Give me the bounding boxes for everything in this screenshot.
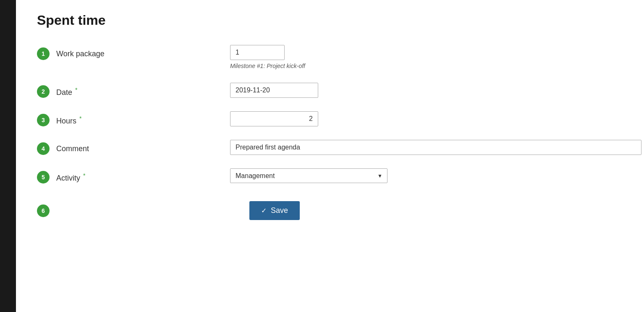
work-package-input[interactable] — [230, 45, 285, 60]
date-field-area — [230, 83, 641, 98]
hours-input[interactable] — [230, 111, 318, 126]
step-badge-3: 3 — [37, 114, 50, 126]
page-title: Spent time — [37, 13, 641, 28]
activity-select-wrapper: Management Design Development Testing Do… — [230, 168, 387, 183]
comment-label: Comment — [56, 144, 89, 153]
date-input[interactable] — [230, 83, 318, 98]
date-label: Date * — [56, 87, 77, 97]
comment-row: 4 Comment — [37, 140, 641, 155]
checkmark-icon: ✓ — [261, 207, 267, 215]
page-container: Spent time 1 Work package Milestone #1: … — [0, 0, 644, 312]
activity-field-area: Management Design Development Testing Do… — [230, 168, 641, 183]
main-content: Spent time 1 Work package Milestone #1: … — [16, 0, 644, 312]
work-package-hint: Milestone #1: Project kick-off — [230, 63, 641, 69]
work-package-label: Work package — [56, 50, 105, 58]
comment-input[interactable] — [230, 140, 641, 155]
date-row: 2 Date * — [37, 83, 641, 98]
comment-label-area: 4 Comment — [37, 140, 230, 155]
step-badge-4: 4 — [37, 142, 50, 155]
step-badge-6: 6 — [37, 205, 50, 217]
hours-row: 3 Hours * — [37, 111, 641, 126]
activity-select[interactable]: Management Design Development Testing Do… — [230, 168, 387, 183]
save-label: Save — [271, 206, 288, 215]
hours-label-area: 3 Hours * — [37, 111, 230, 126]
comment-field-area — [230, 140, 641, 155]
work-package-label-area: 1 Work package — [37, 45, 230, 60]
date-label-area: 2 Date * — [37, 83, 230, 98]
form-section: 1 Work package Milestone #1: Project kic… — [37, 45, 641, 220]
save-button[interactable]: ✓ Save — [249, 201, 300, 220]
work-package-field-area: Milestone #1: Project kick-off — [230, 45, 641, 69]
hours-field-area — [230, 111, 641, 126]
step-badge-5: 5 — [37, 171, 50, 184]
work-package-row: 1 Work package Milestone #1: Project kic… — [37, 45, 641, 69]
activity-row: 5 Activity * Management Design Developme… — [37, 168, 641, 184]
activity-label: Activity * — [56, 172, 85, 183]
step-badge-2: 2 — [37, 85, 50, 98]
hours-label: Hours * — [56, 115, 81, 126]
activity-label-area: 5 Activity * — [37, 168, 230, 184]
left-sidebar-bar — [0, 0, 16, 312]
step-badge-1: 1 — [37, 47, 50, 60]
save-row: 6 ✓ Save — [37, 201, 641, 220]
